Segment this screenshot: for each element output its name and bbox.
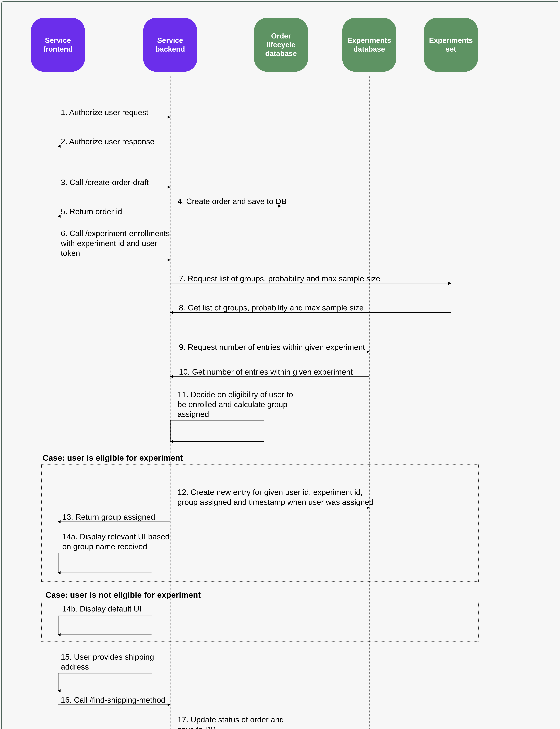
- message-label-1: 1. Authorize user request: [61, 108, 148, 117]
- participant-backend: Service backend: [143, 18, 197, 72]
- message-label-10: 10. Get number of entries within given e…: [179, 367, 353, 377]
- message-label-16: 16. Call /find-shipping-method: [61, 695, 165, 705]
- arrowhead-icon: [58, 520, 61, 523]
- arrowhead-icon: [170, 311, 173, 314]
- message-label-7: 7. Request list of groups, probability a…: [179, 274, 380, 284]
- arrowhead-icon: [168, 703, 170, 706]
- participant-orderdb: Order lifecycle database: [254, 18, 308, 72]
- arrowhead-icon: [168, 259, 170, 262]
- message-label-6: 6. Call /experiment-enrollments with exp…: [61, 229, 170, 258]
- arrowhead-icon: [58, 145, 61, 148]
- message-label-8: 8. Get list of groups, probability and m…: [179, 303, 364, 313]
- message-12: [170, 508, 369, 508]
- self-label-14a: 14a. Display relevant UI based on group …: [62, 532, 169, 551]
- alt-title-0: Case: user is eligible for experiment: [43, 453, 183, 462]
- message-label-4: 4. Create order and save to DB: [177, 196, 286, 206]
- arrowhead-icon: [448, 282, 451, 285]
- arrowhead-icon: [367, 351, 370, 353]
- self-activation-14b: [58, 616, 152, 635]
- message-label-13: 13. Return group assigned: [62, 512, 155, 522]
- message-label-5: 5. Return order id: [61, 207, 122, 217]
- self-label-11: 11. Decide on eligibility of user to be …: [177, 389, 293, 419]
- arrowhead-icon: [170, 375, 173, 378]
- self-activation-11: [170, 420, 264, 442]
- arrowhead-icon: [170, 440, 173, 443]
- participant-expdb: Experiments database: [342, 18, 396, 72]
- alt-title-1: Case: user is not eligible for experimen…: [45, 590, 201, 599]
- message-label-3: 3. Call /create-order-draft: [61, 178, 149, 187]
- self-label-14b: 14b. Display default UI: [62, 604, 141, 614]
- message-label-2: 2. Authorize user response: [61, 137, 154, 147]
- arrowhead-icon: [168, 186, 170, 189]
- self-return-14a: [58, 572, 152, 573]
- message-6: [58, 260, 170, 260]
- message-label-17: 17. Update status of order and save to D…: [177, 715, 284, 729]
- arrowhead-icon: [58, 633, 61, 636]
- self-activation-14a: [58, 553, 152, 573]
- arrowhead-icon: [58, 215, 61, 218]
- participant-frontend: Service frontend: [31, 18, 85, 72]
- sequence-diagram-frame: Service frontendService backendOrder lif…: [1, 1, 559, 729]
- self-label-15: 15. User provides shipping address: [61, 652, 154, 672]
- arrowhead-icon: [58, 689, 61, 692]
- arrowhead-icon: [168, 116, 170, 119]
- self-activation-15: [58, 673, 152, 691]
- message-label-9: 9. Request number of entries within give…: [179, 342, 365, 352]
- arrowhead-icon: [58, 571, 61, 574]
- message-label-12: 12. Create new entry for given user id, …: [177, 487, 374, 507]
- self-return-15: [58, 691, 152, 691]
- participant-expset: Experiments set: [424, 18, 478, 72]
- self-return-14b: [58, 634, 152, 635]
